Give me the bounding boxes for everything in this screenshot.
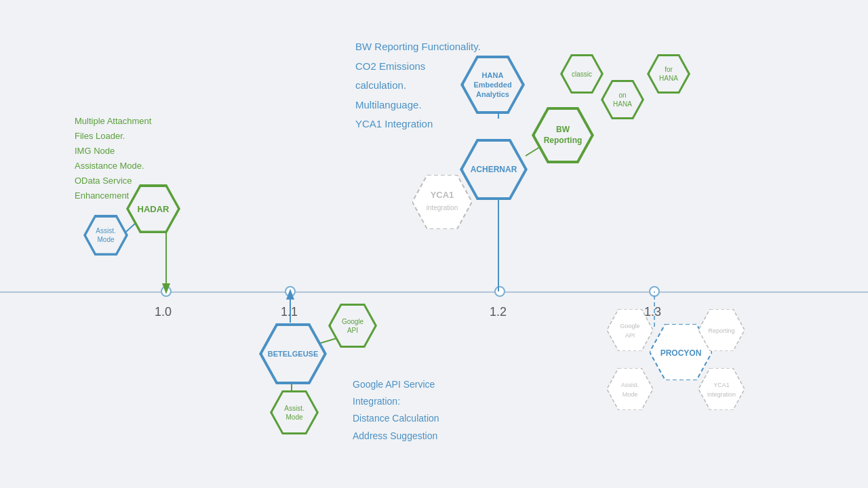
google-api-pro-node: Google API	[607, 309, 653, 354]
hana-embedded-label: HANAEmbeddedAnalytics	[473, 70, 511, 100]
timeline-line	[0, 291, 868, 293]
distance-calc: Distance Calculation	[353, 410, 439, 427]
version-label-10: 1.0	[155, 305, 172, 319]
google-api-btg-label: GoogleAPI	[342, 317, 363, 335]
yca1-node: YCA1 integration	[412, 175, 472, 232]
for-hana-node: forHANA	[647, 54, 690, 94]
reporting-pro-node: Reporting	[698, 309, 745, 354]
svg-text:integration: integration	[427, 204, 458, 211]
svg-marker-17	[607, 368, 653, 410]
classic-node: classic	[560, 54, 604, 94]
svg-text:PROCYON: PROCYON	[660, 348, 702, 358]
svg-text:Reporting: Reporting	[708, 327, 734, 334]
classic-label: classic	[572, 70, 592, 78]
betelgeuse-node: BETELGEUSE	[259, 323, 327, 384]
address-suggestion: Address Suggestion	[353, 428, 439, 445]
version-label-12: 1.2	[490, 305, 507, 319]
assist-mode-btg-node: Assist.Mode	[270, 390, 319, 434]
betelgeuse-label: BETELGEUSE	[268, 350, 319, 358]
for-hana-label: forHANA	[659, 65, 678, 83]
svg-text:Assist.: Assist.	[621, 382, 639, 388]
svg-marker-9	[412, 175, 472, 229]
version-label-11: 1.1	[281, 305, 298, 319]
main-canvas: 1.0 1.1 1.2 1.3	[0, 0, 868, 488]
timeline-dot-v12	[494, 286, 505, 297]
svg-marker-14	[607, 309, 653, 351]
feature-yca1: YCA1 Integration	[355, 115, 481, 134]
feature-assistance: Assistance Mode.	[75, 159, 151, 174]
svg-text:Google: Google	[620, 323, 639, 329]
betelgeuse-features: Google API ServiceIntegration: Distance …	[353, 376, 439, 445]
assist-mode-hadar-label: Assist.Mode	[96, 226, 115, 244]
bw-reporting-label: BWReporting	[544, 125, 583, 146]
yca1-pro-node: YCA1 integration	[698, 368, 745, 413]
feature-bw: BW Reporting Functionality.	[355, 37, 481, 57]
assist-mode-btg-label: Assist.Mode	[284, 404, 304, 422]
svg-text:YCA1: YCA1	[431, 190, 454, 200]
on-hana-node: onHANA	[601, 80, 644, 119]
google-api-btg-node: GoogleAPI	[328, 304, 377, 348]
svg-text:Mode: Mode	[623, 391, 638, 398]
assist-mode-hadar-node: Assist.Mode	[83, 215, 128, 256]
timeline-dot-v10	[161, 286, 172, 297]
hadar-label: HADAR	[138, 204, 170, 214]
svg-text:YCA1: YCA1	[713, 382, 730, 388]
assist-mode-pro-node: Assist. Mode	[607, 368, 653, 413]
hana-embedded-node: HANAEmbeddedAnalytics	[460, 56, 525, 114]
google-service-label: Google API ServiceIntegration:	[353, 376, 439, 410]
hadar-node: HADAR	[126, 184, 180, 233]
svg-marker-22	[698, 368, 745, 410]
on-hana-label: onHANA	[613, 91, 632, 108]
feature-attachment: Multiple AttachmentFiles Loader.	[75, 114, 151, 144]
achernar-label: ACHERNAR	[471, 165, 517, 174]
timeline-dot-v13	[649, 286, 660, 297]
feature-img: IMG Node	[75, 144, 151, 159]
bw-reporting-node: BWReporting	[532, 107, 594, 163]
svg-text:API: API	[625, 332, 635, 339]
svg-text:integration: integration	[707, 391, 736, 398]
timeline-dot-v11	[285, 286, 296, 297]
